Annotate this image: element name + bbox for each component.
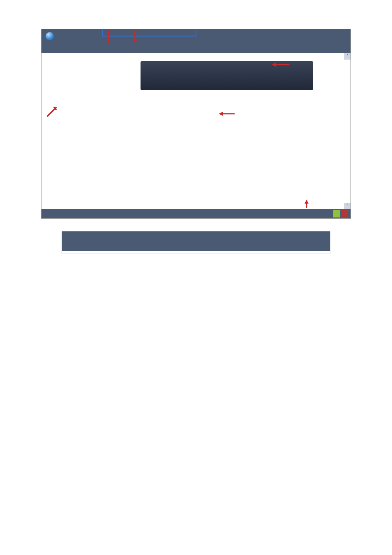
screenshot-main: ˄ ˅ (41, 29, 351, 219)
logo (42, 32, 103, 40)
scroll-down-icon[interactable]: ˅ (344, 203, 350, 209)
cancel-config-button[interactable] (341, 210, 348, 217)
main-pane: ˄ ˅ (42, 53, 350, 209)
port-panel (141, 61, 313, 90)
mini-sub-nav (62, 242, 330, 251)
bottom-bar (42, 209, 350, 218)
save-config-button[interactable] (333, 210, 340, 217)
sub-nav-bar (42, 43, 350, 53)
screenshot-functions-menu (62, 231, 330, 254)
mini-top-nav (62, 231, 330, 242)
left-column (42, 53, 103, 209)
right-column: ˄ ˅ (103, 53, 350, 209)
logo-icon (46, 32, 54, 40)
pen-icon (46, 106, 58, 118)
top-nav-bar (42, 29, 350, 43)
scroll-up-icon[interactable]: ˄ (344, 53, 350, 60)
